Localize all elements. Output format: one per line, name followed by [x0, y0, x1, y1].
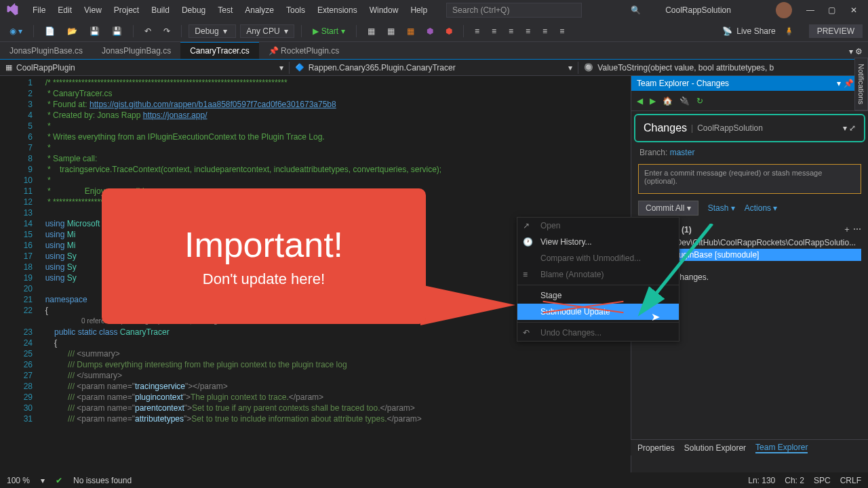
issues-icon: ✔ [56, 476, 62, 485]
cursor-icon: ➤ [651, 310, 660, 323]
tb-icon-5[interactable]: ⬢ [441, 25, 456, 37]
side-panel-tabs: Properties Solution Explorer Team Explor… [631, 439, 868, 455]
menu-tools[interactable]: Tools [281, 3, 311, 18]
minimize-icon[interactable]: — [806, 5, 815, 15]
redo-icon[interactable]: ↷ [159, 25, 174, 37]
menu-project[interactable]: Project [108, 3, 144, 18]
menu-build[interactable]: Build [146, 3, 175, 18]
tab-solution-explorer[interactable]: Solution Explorer [684, 443, 746, 453]
tab-properties[interactable]: Properties [637, 443, 675, 453]
nav-back-icon[interactable]: ◉ ▾ [5, 25, 26, 37]
commit-all-button[interactable]: Commit All ▾ [638, 201, 698, 216]
tb-icon-4[interactable]: ⬢ [422, 25, 437, 37]
menu-debug[interactable]: Debug [176, 3, 211, 18]
tb-icon-8[interactable]: ≡ [505, 25, 517, 37]
close-icon[interactable]: ✕ [849, 5, 859, 15]
spc-label: SPC [814, 476, 831, 485]
branch-link[interactable]: master [670, 148, 695, 157]
tab-jonaspluginbag[interactable]: JonasPluginBag.cs [92, 42, 180, 59]
tab-rocketplugin[interactable]: 📌 RocketPlugin.cs [259, 42, 349, 59]
nav-class[interactable]: 🔷 Rappen.Canary365.Plugin.CanaryTracer▾ [290, 62, 579, 74]
crlf-label: CRLF [840, 476, 861, 485]
window-controls: — ▢ ✕ [806, 5, 859, 15]
nav-member[interactable]: 🔘 ValueToString(object value, bool attri… [578, 62, 868, 74]
menu-extensions[interactable]: Extensions [312, 3, 363, 18]
tb-icon-9[interactable]: ≡ [521, 25, 534, 37]
line-gutter: 1234567891011121314151617181920212223242… [0, 76, 41, 472]
back-icon[interactable]: ◀ [637, 96, 643, 106]
issues-label: No issues found [73, 476, 132, 485]
actions-button[interactable]: Actions ▾ [745, 203, 778, 213]
tb-icon-2[interactable]: ▦ [383, 25, 399, 37]
pin-icon: 📌 [269, 46, 279, 56]
menu-edit[interactable]: Edit [52, 3, 77, 18]
tb-icon-1[interactable]: ▦ [363, 25, 379, 37]
changes-heading: Changes|CoolRappSolution ▾ ⤢ [634, 114, 865, 142]
menubar: File Edit View Project Build Debug Test … [27, 3, 433, 18]
vs-logo-icon [3, 1, 22, 20]
callout-sub: Don't update here! [203, 270, 325, 288]
svg-line-0 [644, 224, 712, 308]
panel-title: Team Explorer - Changes ▾ 📌 ✕ [631, 76, 868, 91]
tb-icon-10[interactable]: ≡ [538, 25, 551, 37]
commit-actions: Commit All ▾ Stash ▾ Actions ▾ [631, 198, 868, 218]
tab-canarytracer[interactable]: CanaryTracer.cs [180, 42, 259, 59]
document-tabs: JonasPluginBase.cs JonasPluginBag.cs Can… [0, 42, 868, 60]
tab-jonaspluginbase[interactable]: JonasPluginBase.cs [0, 42, 92, 59]
callout-overlay: Important! Don't update here! [102, 188, 426, 324]
avatar[interactable] [776, 2, 792, 18]
menu-file[interactable]: File [27, 3, 51, 18]
toolbar: ◉ ▾ 📄 📂 💾 💾 ↶ ↷ Debug▾ Any CPU▾ ▶ Start … [0, 20, 868, 42]
undo-icon[interactable]: ↶ [140, 25, 155, 37]
start-button[interactable]: ▶ Start ▾ [309, 25, 349, 37]
liveshare-button[interactable]: 📡 Live Share [722, 26, 775, 36]
connect-icon[interactable]: 🔌 [679, 96, 690, 106]
config-combo[interactable]: Debug▾ [189, 24, 236, 38]
fwd-icon[interactable]: ▶ [650, 96, 656, 106]
search-icon[interactable]: 🔍 [627, 5, 645, 15]
menu-help[interactable]: Help [405, 3, 433, 18]
tb-icon-11[interactable]: ≡ [555, 25, 568, 37]
menu-analyze[interactable]: Analyze [239, 3, 279, 18]
callout-title: Important! [184, 224, 343, 265]
refresh-icon[interactable]: ↻ [696, 96, 703, 106]
branch-row: Branch: master [631, 145, 868, 160]
ctx-undo-changes-: ↶Undo Changes... [517, 325, 679, 341]
tb-icon-7[interactable]: ≡ [488, 25, 500, 37]
menu-view[interactable]: View [79, 3, 107, 18]
tab-overflow-icon[interactable]: ▾ ⚙ [844, 44, 868, 59]
panel-toolbar: ◀ ▶ 🏠 🔌 ↻ [631, 91, 868, 111]
tb-icon-6[interactable]: ≡ [471, 25, 484, 37]
preview-button[interactable]: PREVIEW [809, 24, 863, 38]
nav-bar: ▦ CoolRappPlugin▾ 🔷 Rappen.Canary365.Plu… [0, 60, 868, 76]
stash-button[interactable]: Stash ▾ [708, 203, 735, 213]
menu-test[interactable]: Test [212, 3, 238, 18]
save-icon[interactable]: 💾 [85, 25, 104, 37]
tab-team-explorer[interactable]: Team Explorer [755, 443, 808, 453]
new-file-icon[interactable]: 📄 [41, 25, 59, 37]
menu-window[interactable]: Window [364, 3, 404, 18]
solution-name: CoolRappSolution [665, 5, 731, 15]
chevron-down-icon[interactable]: ▾ ⤢ [843, 123, 856, 133]
ch-label: Ch: 2 [785, 476, 804, 485]
nav-project[interactable]: ▦ CoolRappPlugin▾ [0, 62, 290, 74]
save-all-icon[interactable]: 💾 [108, 25, 126, 37]
ln-label: Ln: 130 [748, 476, 775, 485]
feedback-icon[interactable]: 🧍 [780, 25, 798, 37]
notifications-tab[interactable]: Notifications [854, 58, 868, 110]
maximize-icon[interactable]: ▢ [827, 5, 837, 15]
tb-icon-3[interactable]: ▦ [403, 25, 418, 37]
callout-arrow-icon [420, 285, 515, 325]
platform-combo[interactable]: Any CPU▾ [240, 24, 294, 38]
titlebar: File Edit View Project Build Debug Test … [0, 0, 868, 20]
home-icon[interactable]: 🏠 [663, 96, 673, 106]
editor-status-strip: 100 %▾ ✔No issues found Ln: 130 Ch: 2 SP… [0, 472, 868, 488]
green-arrow-icon [637, 224, 719, 319]
open-icon[interactable]: 📂 [63, 25, 81, 37]
commit-message-input[interactable]: Enter a commit message (required) or sta… [638, 164, 861, 194]
search-input[interactable]: Search (Ctrl+Q) [446, 3, 582, 18]
zoom-level[interactable]: 100 % [7, 476, 30, 485]
